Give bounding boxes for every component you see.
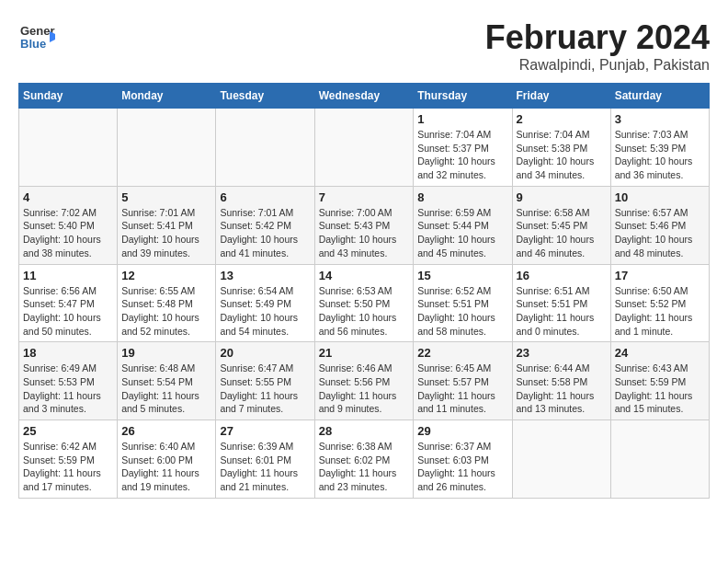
- day-info: Sunrise: 7:04 AM Sunset: 5:38 PM Dayligh…: [517, 128, 607, 182]
- day-number: 21: [319, 346, 410, 360]
- day-number: 6: [220, 190, 310, 204]
- calendar-cell: 28Sunrise: 6:38 AM Sunset: 6:02 PM Dayli…: [314, 420, 414, 499]
- day-info: Sunrise: 7:04 AM Sunset: 5:37 PM Dayligh…: [417, 128, 507, 182]
- day-number: 3: [615, 112, 705, 126]
- day-number: 10: [615, 190, 705, 204]
- calendar-cell: 8Sunrise: 6:59 AM Sunset: 5:44 PM Daylig…: [414, 186, 512, 264]
- calendar-cell: 5Sunrise: 7:01 AM Sunset: 5:41 PM Daylig…: [118, 186, 216, 264]
- header: General Blue February 2024 Rawalpindi, P…: [18, 18, 710, 74]
- day-info: Sunrise: 6:39 AM Sunset: 6:01 PM Dayligh…: [220, 440, 310, 494]
- calendar-cell: 27Sunrise: 6:39 AM Sunset: 6:01 PM Dayli…: [216, 420, 314, 499]
- weekday-header-tuesday: Tuesday: [216, 84, 314, 109]
- calendar-week-1: 1Sunrise: 7:04 AM Sunset: 5:37 PM Daylig…: [19, 109, 710, 187]
- day-info: Sunrise: 6:47 AM Sunset: 5:55 PM Dayligh…: [220, 362, 310, 416]
- weekday-header-sunday: Sunday: [19, 84, 118, 109]
- weekday-header-wednesday: Wednesday: [314, 84, 414, 109]
- day-number: 13: [220, 269, 310, 282]
- calendar-cell: 14Sunrise: 6:53 AM Sunset: 5:50 PM Dayli…: [314, 264, 414, 342]
- day-number: 8: [417, 190, 507, 204]
- day-number: 5: [121, 190, 211, 204]
- day-info: Sunrise: 6:38 AM Sunset: 6:02 PM Dayligh…: [319, 440, 410, 494]
- day-number: 26: [121, 424, 211, 438]
- calendar-cell: [512, 420, 610, 499]
- day-number: 19: [121, 346, 211, 360]
- day-number: 14: [319, 269, 410, 282]
- day-info: Sunrise: 6:55 AM Sunset: 5:48 PM Dayligh…: [121, 284, 211, 339]
- calendar-cell: [216, 109, 314, 187]
- day-info: Sunrise: 6:44 AM Sunset: 5:58 PM Dayligh…: [517, 362, 607, 416]
- day-info: Sunrise: 6:45 AM Sunset: 5:57 PM Dayligh…: [417, 362, 507, 416]
- day-number: 17: [615, 269, 705, 282]
- day-info: Sunrise: 6:43 AM Sunset: 5:59 PM Dayligh…: [615, 362, 705, 416]
- day-number: 16: [517, 269, 607, 282]
- day-info: Sunrise: 6:51 AM Sunset: 5:51 PM Dayligh…: [517, 284, 607, 339]
- calendar-cell: 22Sunrise: 6:45 AM Sunset: 5:57 PM Dayli…: [414, 342, 512, 420]
- logo-icon: General Blue: [18, 18, 55, 59]
- title-section: February 2024 Rawalpindi, Punjab, Pakist…: [485, 18, 710, 74]
- calendar-cell: 11Sunrise: 6:56 AM Sunset: 5:47 PM Dayli…: [19, 264, 118, 342]
- day-info: Sunrise: 6:40 AM Sunset: 6:00 PM Dayligh…: [121, 440, 211, 494]
- day-number: 22: [417, 346, 507, 360]
- day-info: Sunrise: 6:52 AM Sunset: 5:51 PM Dayligh…: [417, 284, 507, 339]
- day-number: 29: [417, 424, 507, 438]
- day-info: Sunrise: 7:03 AM Sunset: 5:39 PM Dayligh…: [615, 128, 705, 182]
- day-number: 25: [23, 424, 113, 438]
- calendar-cell: 13Sunrise: 6:54 AM Sunset: 5:49 PM Dayli…: [216, 264, 314, 342]
- day-info: Sunrise: 6:54 AM Sunset: 5:49 PM Dayligh…: [220, 284, 310, 339]
- day-info: Sunrise: 7:00 AM Sunset: 5:43 PM Dayligh…: [319, 206, 410, 260]
- day-number: 18: [23, 346, 113, 360]
- day-info: Sunrise: 6:37 AM Sunset: 6:03 PM Dayligh…: [417, 440, 507, 494]
- calendar-cell: [314, 109, 414, 187]
- calendar-cell: [610, 420, 709, 499]
- weekday-header-monday: Monday: [118, 84, 216, 109]
- day-info: Sunrise: 7:01 AM Sunset: 5:41 PM Dayligh…: [121, 206, 211, 260]
- calendar-cell: 24Sunrise: 6:43 AM Sunset: 5:59 PM Dayli…: [610, 342, 709, 420]
- day-info: Sunrise: 6:58 AM Sunset: 5:45 PM Dayligh…: [517, 206, 607, 260]
- location: Rawalpindi, Punjab, Pakistan: [485, 57, 710, 74]
- calendar-cell: 6Sunrise: 7:01 AM Sunset: 5:42 PM Daylig…: [216, 186, 314, 264]
- calendar-week-4: 18Sunrise: 6:49 AM Sunset: 5:53 PM Dayli…: [19, 342, 710, 420]
- day-number: 15: [417, 269, 507, 282]
- calendar-cell: 25Sunrise: 6:42 AM Sunset: 5:59 PM Dayli…: [19, 420, 118, 499]
- day-number: 27: [220, 424, 310, 438]
- day-info: Sunrise: 6:53 AM Sunset: 5:50 PM Dayligh…: [319, 284, 410, 339]
- day-info: Sunrise: 6:49 AM Sunset: 5:53 PM Dayligh…: [23, 362, 113, 416]
- calendar-cell: 16Sunrise: 6:51 AM Sunset: 5:51 PM Dayli…: [512, 264, 610, 342]
- calendar-cell: 23Sunrise: 6:44 AM Sunset: 5:58 PM Dayli…: [512, 342, 610, 420]
- weekday-header-thursday: Thursday: [414, 84, 512, 109]
- calendar-cell: 21Sunrise: 6:46 AM Sunset: 5:56 PM Dayli…: [314, 342, 414, 420]
- calendar-cell: 10Sunrise: 6:57 AM Sunset: 5:46 PM Dayli…: [610, 186, 709, 264]
- page-container: General Blue February 2024 Rawalpindi, P…: [18, 18, 710, 499]
- weekday-header-friday: Friday: [512, 84, 610, 109]
- calendar-cell: 12Sunrise: 6:55 AM Sunset: 5:48 PM Dayli…: [118, 264, 216, 342]
- day-info: Sunrise: 6:42 AM Sunset: 5:59 PM Dayligh…: [23, 440, 113, 494]
- day-info: Sunrise: 6:57 AM Sunset: 5:46 PM Dayligh…: [615, 206, 705, 260]
- calendar-header-row: SundayMondayTuesdayWednesdayThursdayFrid…: [19, 84, 710, 109]
- day-info: Sunrise: 6:46 AM Sunset: 5:56 PM Dayligh…: [319, 362, 410, 416]
- calendar-cell: 1Sunrise: 7:04 AM Sunset: 5:37 PM Daylig…: [414, 109, 512, 187]
- svg-text:Blue: Blue: [20, 37, 46, 51]
- calendar-week-3: 11Sunrise: 6:56 AM Sunset: 5:47 PM Dayli…: [19, 264, 710, 342]
- calendar-week-2: 4Sunrise: 7:02 AM Sunset: 5:40 PM Daylig…: [19, 186, 710, 264]
- day-info: Sunrise: 7:02 AM Sunset: 5:40 PM Dayligh…: [23, 206, 113, 260]
- day-number: 23: [517, 346, 607, 360]
- day-info: Sunrise: 6:48 AM Sunset: 5:54 PM Dayligh…: [121, 362, 211, 416]
- calendar-cell: 4Sunrise: 7:02 AM Sunset: 5:40 PM Daylig…: [19, 186, 118, 264]
- day-info: Sunrise: 7:01 AM Sunset: 5:42 PM Dayligh…: [220, 206, 310, 260]
- calendar-cell: 17Sunrise: 6:50 AM Sunset: 5:52 PM Dayli…: [610, 264, 709, 342]
- day-number: 11: [23, 269, 113, 282]
- calendar: SundayMondayTuesdayWednesdayThursdayFrid…: [18, 83, 710, 499]
- day-number: 1: [417, 112, 507, 126]
- day-number: 4: [23, 190, 113, 204]
- calendar-cell: [118, 109, 216, 187]
- calendar-week-5: 25Sunrise: 6:42 AM Sunset: 5:59 PM Dayli…: [19, 420, 710, 499]
- calendar-cell: [19, 109, 118, 187]
- calendar-cell: 15Sunrise: 6:52 AM Sunset: 5:51 PM Dayli…: [414, 264, 512, 342]
- calendar-cell: 7Sunrise: 7:00 AM Sunset: 5:43 PM Daylig…: [314, 186, 414, 264]
- day-number: 7: [319, 190, 410, 204]
- calendar-cell: 2Sunrise: 7:04 AM Sunset: 5:38 PM Daylig…: [512, 109, 610, 187]
- day-number: 28: [319, 424, 410, 438]
- weekday-header-saturday: Saturday: [610, 84, 709, 109]
- calendar-cell: 26Sunrise: 6:40 AM Sunset: 6:00 PM Dayli…: [118, 420, 216, 499]
- day-number: 9: [517, 190, 607, 204]
